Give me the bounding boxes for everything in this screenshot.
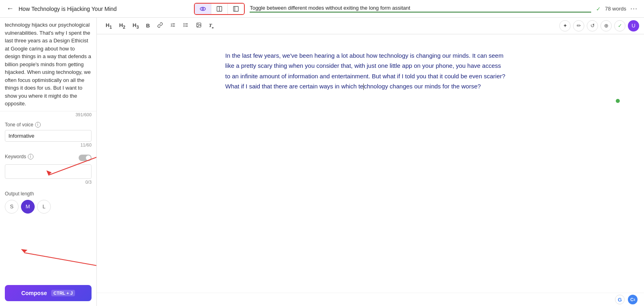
tone-section: Tone of voice i 11/60 bbox=[0, 118, 96, 150]
sidebar: technology hijacks our psychological vul… bbox=[0, 18, 97, 306]
compose-button[interactable]: Compose CTRL + J bbox=[5, 285, 92, 301]
editor-paragraph[interactable]: In the last few years, we've been hearin… bbox=[225, 50, 508, 92]
svg-rect-4 bbox=[233, 6, 238, 11]
image-button[interactable] bbox=[194, 21, 204, 30]
editor-content-area[interactable]: In the last few years, we've been hearin… bbox=[97, 34, 644, 293]
edit-icon[interactable]: ✏ bbox=[573, 20, 584, 31]
sidebar-scroll-area[interactable]: technology hijacks our psychological vul… bbox=[0, 18, 96, 280]
clear-format-button[interactable]: Tx bbox=[206, 21, 216, 31]
unordered-list-button[interactable] bbox=[181, 21, 191, 30]
tone-info-icon[interactable]: i bbox=[35, 122, 41, 128]
compose-shortcut: CTRL + J bbox=[51, 290, 75, 296]
star-icon[interactable]: ✦ bbox=[559, 20, 571, 31]
svg-point-0 bbox=[200, 7, 206, 10]
user-avatar[interactable]: U bbox=[628, 20, 639, 31]
output-length-section: Output length S M L bbox=[0, 187, 96, 218]
compose-label: Compose bbox=[21, 290, 47, 296]
google-c-icon[interactable]: C3 bbox=[628, 295, 638, 304]
keywords-section: Keywords i 0/3 bbox=[0, 150, 96, 187]
heading2-button[interactable]: H2 bbox=[117, 21, 127, 31]
editor-right-icons: ✦ ✏ ↺ ⊕ ✓ U bbox=[554, 20, 644, 31]
link-button[interactable] bbox=[155, 21, 165, 30]
size-medium-button[interactable]: M bbox=[21, 200, 35, 214]
svg-point-18 bbox=[183, 26, 184, 27]
tone-label: Tone of voice i bbox=[5, 122, 92, 128]
article-body-input[interactable]: technology hijacks our psychological vul… bbox=[0, 18, 96, 111]
size-small-button[interactable]: S bbox=[5, 200, 19, 214]
green-indicator-dot bbox=[616, 99, 620, 103]
svg-point-1 bbox=[202, 8, 204, 10]
output-length-label: Output length bbox=[5, 191, 92, 197]
word-count: 78 words bbox=[605, 6, 626, 12]
size-large-button[interactable]: L bbox=[37, 200, 51, 214]
keywords-toggle[interactable] bbox=[79, 155, 92, 161]
keywords-label: Keywords i bbox=[5, 154, 33, 159]
bold-button[interactable]: B bbox=[144, 21, 152, 30]
back-button[interactable]: ← bbox=[6, 4, 14, 13]
mode-preview-button[interactable] bbox=[195, 4, 211, 14]
editor-toolbar: H1 H2 H3 B bbox=[97, 18, 554, 34]
add-icon[interactable]: ⊕ bbox=[600, 20, 612, 31]
size-button-group: S M L bbox=[5, 200, 92, 214]
header: ← How Technology is Hijacking Your Mind … bbox=[0, 0, 644, 18]
keywords-input[interactable] bbox=[5, 164, 92, 179]
bottom-icons-bar: G C3 bbox=[97, 293, 644, 306]
check-icon: ✓ bbox=[596, 6, 601, 12]
keywords-info-icon[interactable]: i bbox=[28, 154, 33, 159]
mode-hint-text: Toggle between different modes without e… bbox=[250, 5, 591, 13]
page-title: How Technology is Hijacking Your Mind bbox=[19, 6, 189, 12]
keywords-count: 0/3 bbox=[5, 179, 92, 185]
svg-point-17 bbox=[183, 25, 184, 25]
google-icon[interactable]: G bbox=[615, 295, 625, 304]
tone-input[interactable] bbox=[5, 130, 92, 142]
svg-point-16 bbox=[183, 23, 184, 24]
main-layout: technology hijacks our psychological vul… bbox=[0, 18, 644, 306]
mode-split-button[interactable] bbox=[211, 4, 227, 14]
tone-char-count: 11/60 bbox=[5, 142, 92, 148]
keywords-header: Keywords i bbox=[5, 154, 92, 162]
more-options-button[interactable]: ··· bbox=[630, 4, 638, 13]
header-right-section: ✓ 78 words ··· bbox=[596, 4, 638, 13]
ordered-list-button[interactable] bbox=[168, 21, 178, 30]
heading3-button[interactable]: H3 bbox=[130, 21, 141, 31]
body-char-count: 391/600 bbox=[0, 111, 96, 118]
svg-point-20 bbox=[198, 24, 198, 25]
refresh-icon[interactable]: ↺ bbox=[587, 20, 598, 31]
mode-sidebar-button[interactable] bbox=[227, 4, 244, 14]
mode-toggle-group bbox=[194, 3, 245, 15]
heading1-button[interactable]: H1 bbox=[103, 21, 114, 31]
editor-panel: H1 H2 H3 B bbox=[97, 18, 644, 306]
shield-icon[interactable]: ✓ bbox=[614, 20, 625, 31]
